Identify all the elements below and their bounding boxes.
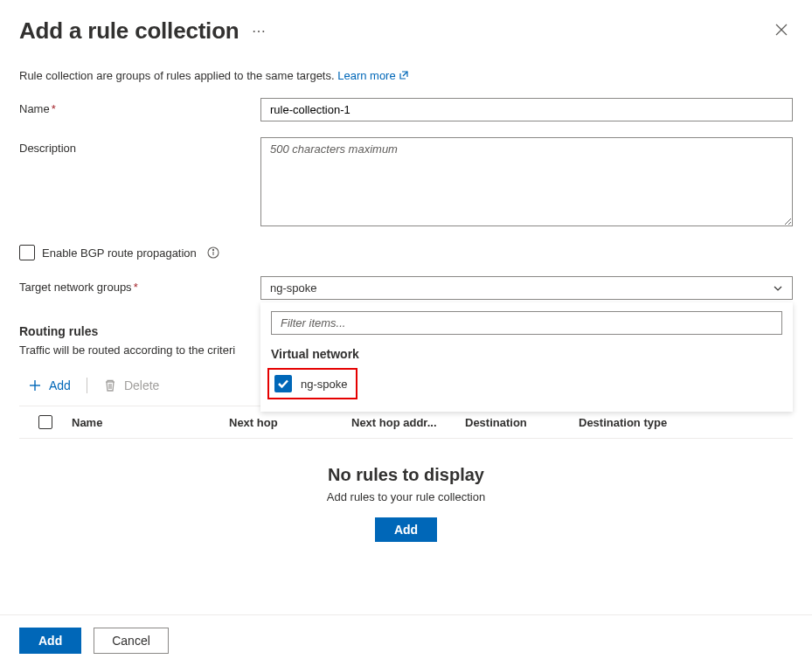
- toolbar-separator: [87, 378, 87, 393]
- col-name: Name: [72, 416, 229, 429]
- target-value: ng-spoke: [270, 281, 316, 295]
- col-next-hop: Next hop: [229, 416, 351, 429]
- bgp-label: Enable BGP route propagation: [42, 246, 197, 260]
- col-destination-type: Destination type: [579, 416, 793, 429]
- external-link-icon: [399, 70, 409, 80]
- empty-sub: Add rules to your rule collection: [19, 490, 793, 503]
- dropdown-filter-input[interactable]: [271, 311, 782, 335]
- learn-more-link[interactable]: Learn more: [337, 69, 409, 82]
- delete-rule-button[interactable]: Delete: [103, 378, 159, 392]
- page-title: Add a rule collection: [19, 17, 239, 45]
- col-next-hop-addr: Next hop addr...: [351, 416, 465, 429]
- intro-text: Rule collection are groups of rules appl…: [19, 69, 793, 82]
- target-select[interactable]: ng-spoke: [260, 276, 793, 300]
- empty-title: No rules to display: [19, 465, 793, 485]
- info-icon[interactable]: [207, 246, 219, 259]
- col-destination: Destination: [465, 416, 579, 429]
- description-input[interactable]: [260, 137, 793, 226]
- plus-icon: [28, 378, 42, 392]
- description-label: Description: [19, 137, 260, 155]
- close-icon: [775, 24, 788, 36]
- svg-point-4: [212, 249, 213, 250]
- target-dropdown: Virtual network ng-spoke: [260, 302, 793, 412]
- chevron-down-icon: [773, 283, 783, 294]
- add-rule-button[interactable]: Add: [28, 378, 71, 392]
- dropdown-option-ng-spoke[interactable]: ng-spoke: [267, 368, 357, 399]
- select-all-checkbox[interactable]: [38, 415, 52, 429]
- checkbox-checked-icon: [274, 375, 292, 392]
- name-label: Name*: [19, 98, 260, 115]
- trash-icon: [103, 378, 117, 392]
- bgp-checkbox[interactable]: [19, 245, 35, 260]
- empty-add-button[interactable]: Add: [375, 517, 437, 542]
- dropdown-group-label: Virtual network: [260, 342, 793, 364]
- dropdown-option-label: ng-spoke: [301, 378, 347, 391]
- more-menu-button[interactable]: ⋯: [248, 21, 269, 42]
- target-label: Target network groups*: [19, 276, 260, 294]
- close-button[interactable]: [770, 18, 793, 44]
- footer-cancel-button[interactable]: Cancel: [94, 628, 169, 654]
- footer-add-button[interactable]: Add: [19, 628, 81, 654]
- name-input[interactable]: [260, 98, 793, 121]
